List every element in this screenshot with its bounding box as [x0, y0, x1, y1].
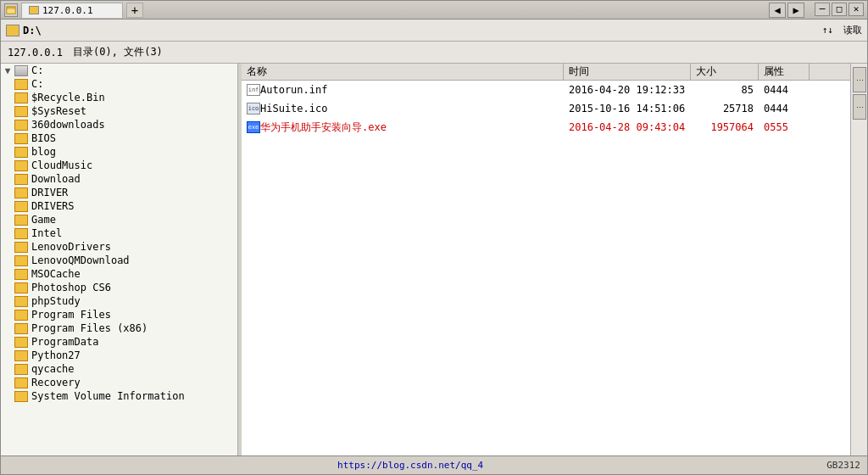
status-url: https://blog.csdn.net/qq_4 [337, 460, 483, 471]
tree-item-game[interactable]: Game [1, 213, 237, 226]
right-panel: ⋮ ⋮ [850, 64, 867, 455]
folder-label: Download [31, 173, 81, 185]
tree-item-root[interactable]: ▼ C: [1, 64, 237, 77]
file-icon-inf: inf [247, 84, 260, 96]
folder-label: MSOCache [31, 268, 81, 280]
folder-label: Intel [31, 227, 62, 239]
folder-icon [14, 255, 28, 266]
folder-icon [14, 323, 28, 334]
folder-label: Program Files [31, 309, 111, 321]
folder-label: phpStudy [31, 295, 81, 307]
tree-item-c-[interactable]: C: [1, 77, 237, 91]
folder-label: qycache [31, 363, 75, 375]
folder-icon [14, 377, 28, 388]
tree-item-qycache[interactable]: qycache [1, 362, 237, 376]
table-row[interactable]: icoHiSuite.ico2015-10-16 14:51:062571804… [242, 99, 850, 118]
file-size-cell: 25718 [691, 103, 759, 115]
file-attr-cell: 0444 [759, 103, 810, 115]
breadcrumb-bar: 127.0.0.1 目录(0), 文件(3) [1, 42, 867, 64]
folder-label: LenovoQMDownload [31, 254, 130, 266]
tree-item-msocache[interactable]: MSOCache [1, 267, 237, 281]
folder-label: ProgramData [31, 336, 98, 348]
tree-item-phpstudy[interactable]: phpStudy [1, 294, 237, 308]
tree-item-download[interactable]: Download [1, 172, 237, 186]
right-panel-btn1[interactable]: ⋮ [853, 67, 866, 92]
tree-item-programdata[interactable]: ProgramData [1, 335, 237, 349]
file-attr-cell: 0444 [759, 84, 810, 96]
file-name-cell: icoHiSuite.ico [242, 103, 564, 115]
sort-button[interactable]: ↑↓ [822, 25, 833, 36]
file-name-text: Autorun.inf [260, 84, 327, 96]
folder-icon [14, 147, 28, 158]
title-bar-left: 127.0.0.1 + [4, 3, 769, 18]
file-icon-ico: ico [247, 103, 260, 115]
forward-button[interactable]: ▶ [787, 3, 804, 18]
folder-icon [14, 92, 28, 103]
file-name-cell: infAutorun.inf [242, 84, 564, 96]
address-path: D:\ [23, 25, 42, 36]
maximize-button[interactable]: □ [832, 3, 847, 16]
tree-item-photoshop-cs6[interactable]: Photoshop CS6 [1, 281, 237, 294]
folder-label: Program Files (x86) [31, 322, 147, 334]
folder-label: Game [31, 214, 56, 226]
folder-icon [14, 174, 28, 185]
tree-item-360downloads[interactable]: 360downloads [1, 118, 237, 131]
folder-icon [14, 282, 28, 293]
address-folder-icon [6, 25, 19, 36]
file-attr-cell: 0555 [759, 121, 810, 133]
folder-icon [14, 120, 28, 131]
read-button[interactable]: 读取 [843, 24, 862, 36]
folder-label: LenovoDrivers [31, 241, 111, 253]
minimize-button[interactable]: ─ [815, 3, 830, 16]
folder-icon [14, 364, 28, 375]
tree-item-driver[interactable]: DRIVER [1, 186, 237, 199]
tree-item-lenovoqmdownload[interactable]: LenovoQMDownload [1, 254, 237, 267]
tree-item--recycle-bin[interactable]: $Recycle.Bin [1, 91, 237, 104]
back-button[interactable]: ◀ [769, 3, 786, 18]
sidebar-tree: C:$Recycle.Bin$SysReset360downloadsBIOSb… [1, 77, 237, 403]
tree-item-program-files--x86-[interactable]: Program Files (x86) [1, 321, 237, 335]
sidebar: ▼ C: C:$Recycle.Bin$SysReset360downloads… [1, 64, 238, 455]
address-tab[interactable]: 127.0.0.1 [21, 3, 123, 18]
tree-item-intel[interactable]: Intel [1, 226, 237, 240]
folder-label: DRIVER [31, 187, 68, 198]
tree-item-bios[interactable]: BIOS [1, 131, 237, 145]
table-row[interactable]: exe华为手机助手安装向导.exe2016-04-28 09:43:041957… [242, 118, 850, 137]
folder-icon [14, 296, 28, 307]
folder-icon [14, 337, 28, 348]
tree-item-blog[interactable]: blog [1, 145, 237, 159]
table-row[interactable]: infAutorun.inf2016-04-20 19:12:33850444 [242, 81, 850, 99]
col-header-name[interactable]: 名称 [242, 64, 564, 80]
tree-item-program-files[interactable]: Program Files [1, 308, 237, 321]
col-header-size[interactable]: 大小 [691, 64, 759, 80]
close-button[interactable]: ✕ [849, 3, 864, 16]
col-header-attr[interactable]: 属性 [759, 64, 810, 80]
main-window: 127.0.0.1 + ◀ ▶ ─ □ ✕ D:\ ↑↓ 读取 127.0.0.… [0, 0, 868, 475]
tab-title: 127.0.0.1 [42, 5, 93, 16]
status-bar: https://blog.csdn.net/qq_4 GB2312 [1, 455, 867, 474]
drive-label: C: [31, 64, 43, 76]
col-header-time[interactable]: 时间 [564, 64, 691, 80]
right-panel-btn2[interactable]: ⋮ [853, 94, 866, 120]
tree-item-system-volume-information[interactable]: System Volume Information [1, 389, 237, 403]
file-size-cell: 1957064 [691, 121, 759, 133]
column-headers: 名称 时间 大小 属性 [242, 64, 850, 81]
folder-icon [14, 133, 28, 144]
tree-item-cloudmusic[interactable]: CloudMusic [1, 159, 237, 172]
tree-item--sysreset[interactable]: $SysReset [1, 104, 237, 118]
folder-icon [14, 201, 28, 212]
folder-icon [14, 79, 28, 90]
tree-item-recovery[interactable]: Recovery [1, 376, 237, 389]
folder-icon [14, 106, 28, 117]
tree-item-drivers[interactable]: DRIVERS [1, 199, 237, 213]
folder-icon [14, 269, 28, 280]
folder-icon [14, 242, 28, 253]
tree-item-python27[interactable]: Python27 [1, 349, 237, 362]
file-name-text: 华为手机助手安装向导.exe [260, 120, 387, 135]
folder-label: CloudMusic [31, 159, 92, 171]
new-tab-button[interactable]: + [126, 3, 143, 18]
expand-root[interactable]: ▼ [1, 65, 14, 76]
status-encoding: GB2312 [826, 460, 860, 471]
file-icon-exe: exe [247, 121, 260, 133]
tree-item-lenovodrivers[interactable]: LenovoDrivers [1, 240, 237, 254]
